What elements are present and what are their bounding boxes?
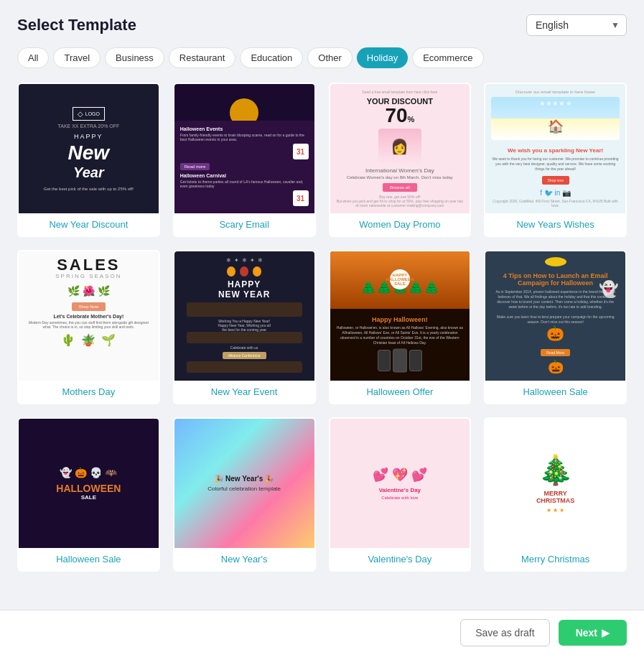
template-thumbnail: 💕 💖 💕 Valentine's Day Celebrate with lov… [330, 419, 470, 548]
filter-tab-other[interactable]: Other [307, 47, 353, 68]
template-thumbnail: 👻🎃💀🦇 HALLOWEEN SALE [19, 419, 159, 548]
thumb-halloween-sale2: 👻🎃💀🦇 HALLOWEEN SALE [19, 419, 159, 548]
thumb-merry-christmas: 🎄 MERRYCHRISTMAS ★ ★ ★ [485, 419, 625, 548]
template-label-merry-christmas: Merry Christmas [485, 548, 625, 570]
template-label-valentines: Valentine's Day [330, 548, 470, 570]
page-title: Select Template [17, 16, 136, 34]
filter-tab-holiday[interactable]: Holiday [357, 47, 408, 68]
thumb-new-year-discount: ◇ LOGO TAKE XX EXTRA 20% OFF HAPPY New Y… [19, 84, 159, 213]
template-card-women-day[interactable]: Send a free email template from here cli… [329, 83, 472, 237]
template-thumbnail: Discover our email template in here foot… [485, 84, 625, 213]
template-card-new-years-wishes[interactable]: Discover our email template in here foot… [484, 83, 627, 237]
template-thumbnail: Send a free email template from here cli… [330, 84, 470, 213]
template-thumbnail: 🎄 MERRYCHRISTMAS ★ ★ ★ [485, 419, 625, 548]
template-label-new-years2: New Year's [174, 548, 314, 570]
header-row: Select Template EnglishFrenchSpanishGerm… [17, 14, 627, 36]
template-card-new-years2[interactable]: 🎉 New Year's 🎉 Colorful celebration temp… [173, 417, 316, 572]
filter-tab-all[interactable]: All [17, 47, 49, 68]
filter-tab-education[interactable]: Education [240, 47, 303, 68]
template-grid: ◇ LOGO TAKE XX EXTRA 20% OFF HAPPY New Y… [17, 83, 627, 572]
thumb-valentines: 💕 💖 💕 Valentine's Day Celebrate with lov… [330, 419, 470, 548]
thumb-new-year-wishes: Discover our email template in here foot… [485, 84, 625, 213]
template-thumbnail: 🎉 New Year's 🎉 Colorful celebration temp… [174, 419, 314, 548]
filter-tab-restaurant[interactable]: Restaurant [169, 47, 236, 68]
language-select-wrapper[interactable]: EnglishFrenchSpanishGerman ▼ [526, 14, 627, 36]
template-label-scary-email: Scary Email [174, 213, 314, 236]
thumb-new-years: 🎉 New Year's 🎉 Colorful celebration temp… [174, 419, 314, 548]
filter-tab-ecommerce[interactable]: Ecommerce [412, 47, 483, 68]
template-thumbnail: ❄✦❄✦❄ HAPPYNEW YEAR Wishing You a Happy … [174, 251, 314, 381]
template-card-halloween-sale2[interactable]: 👻🎃💀🦇 HALLOWEEN SALE Halloween Sale [17, 417, 160, 572]
template-thumbnail: The Ultimate Halloween Guide Have you ma… [174, 84, 314, 213]
thumb-halloween-offer: 🌲🌲🌲🌲🌲 HAPPYHALLOWEENSALE Happy Halloween… [330, 251, 470, 381]
next-arrow-icon: ▶ [602, 627, 610, 638]
template-card-scary-email[interactable]: The Ultimate Halloween Guide Have you ma… [173, 83, 316, 237]
template-label-new-year-event: New Year Event [174, 381, 314, 403]
template-label-mothers-day: Mothers Day [19, 381, 159, 403]
filter-tab-travel[interactable]: Travel [53, 47, 101, 68]
template-card-new-year-discount[interactable]: ◇ LOGO TAKE XX EXTRA 20% OFF HAPPY New Y… [17, 83, 160, 237]
template-card-halloween-sale[interactable]: 👻 4 Tips on How to Launch an EmailCampai… [484, 250, 627, 404]
page-container: Select Template EnglishFrenchSpanishGerm… [0, 0, 644, 644]
template-thumbnail: SALES SPRING SEASON 🌿 🌺 🌿 Shop Now Let's… [19, 251, 159, 381]
template-label-women-day: Women Day Promo [330, 213, 470, 236]
thumb-mothers-day: SALES SPRING SEASON 🌿 🌺 🌿 Shop Now Let's… [19, 251, 159, 381]
thumb-women-day: Send a free email template from here cli… [330, 84, 470, 213]
next-button-label: Next [576, 627, 597, 638]
template-label-new-year-discount: New Year Discount [19, 213, 159, 236]
template-thumbnail: ◇ LOGO TAKE XX EXTRA 20% OFF HAPPY New Y… [19, 84, 159, 213]
bottom-bar: Save as draft Next ▶ [0, 610, 644, 655]
template-card-merry-christmas[interactable]: 🎄 MERRYCHRISTMAS ★ ★ ★ Merry Christmas [484, 417, 627, 572]
next-button[interactable]: Next ▶ [559, 620, 627, 646]
thumb-new-year-event: ❄✦❄✦❄ HAPPYNEW YEAR Wishing You a Happy … [174, 251, 314, 381]
template-label-new-years-wishes: New Years Wishes [485, 213, 625, 236]
template-label-halloween-sale2: Halloween Sale [19, 548, 159, 570]
template-card-halloween-offer[interactable]: 🌲🌲🌲🌲🌲 HAPPYHALLOWEENSALE Happy Halloween… [329, 250, 472, 404]
template-thumbnail: 🌲🌲🌲🌲🌲 HAPPYHALLOWEENSALE Happy Halloween… [330, 251, 470, 381]
template-label-halloween-sale: Halloween Sale [485, 381, 625, 403]
save-as-draft-button[interactable]: Save as draft [460, 619, 550, 646]
thumb-halloween-sale: 👻 4 Tips on How to Launch an EmailCampai… [485, 251, 625, 381]
thumb-scary-email: The Ultimate Halloween Guide Have you ma… [174, 84, 314, 213]
language-select[interactable]: EnglishFrenchSpanishGerman [526, 14, 627, 36]
template-label-halloween-offer: Halloween Offer [330, 381, 470, 403]
template-card-valentines[interactable]: 💕 💖 💕 Valentine's Day Celebrate with lov… [329, 417, 472, 572]
filter-tab-business[interactable]: Business [105, 47, 164, 68]
template-card-mothers-day[interactable]: SALES SPRING SEASON 🌿 🌺 🌿 Shop Now Let's… [17, 250, 160, 404]
filter-tabs: All Travel Business Restaurant Education… [17, 47, 627, 68]
template-card-new-year-event[interactable]: ❄✦❄✦❄ HAPPYNEW YEAR Wishing You a Happy … [173, 250, 316, 404]
template-thumbnail: 👻 4 Tips on How to Launch an EmailCampai… [485, 251, 625, 381]
